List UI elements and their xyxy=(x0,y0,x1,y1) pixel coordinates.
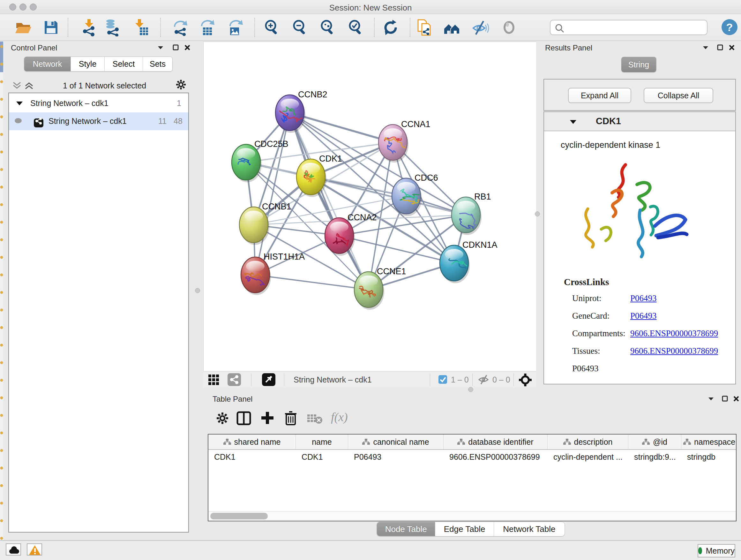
zoom-selected-icon[interactable] xyxy=(347,18,365,37)
tab-edge-table[interactable]: Edge Table xyxy=(435,522,494,536)
splitter-view-table[interactable] xyxy=(203,388,741,392)
grid-view-icon[interactable] xyxy=(208,374,220,387)
detach-view-icon[interactable] xyxy=(262,373,275,386)
toolbar-separator xyxy=(68,18,68,37)
toolbar-separator xyxy=(410,18,410,37)
expand-all-networks-icon[interactable] xyxy=(24,81,34,91)
tab-network[interactable]: Network xyxy=(24,57,71,71)
column-header-shared-name[interactable]: shared name xyxy=(208,435,296,449)
network-node-HIST1H1A[interactable]: HIST1H1A xyxy=(241,252,305,295)
network-row-selected[interactable]: String Network – cdk1 11 48 xyxy=(9,112,188,130)
memory-button[interactable]: Memory xyxy=(697,544,735,557)
crosslink-uniprot[interactable]: P06493 xyxy=(630,294,657,303)
search-input[interactable] xyxy=(567,21,704,34)
zoom-fit-icon[interactable] xyxy=(319,18,337,37)
tab-network-table[interactable]: Network Table xyxy=(494,522,564,536)
export-image-icon[interactable] xyxy=(226,18,244,37)
network-node-CCNE1[interactable]: CCNE1 xyxy=(354,266,406,310)
splitter-network-results[interactable] xyxy=(536,42,539,387)
crosslink-tissues[interactable]: 9606.ENSP00000378699 xyxy=(630,346,718,356)
cloud-button[interactable] xyxy=(6,543,21,556)
panel-menu-icon[interactable] xyxy=(157,44,164,51)
help-button[interactable]: ? xyxy=(722,19,738,35)
section-collapse-icon[interactable] xyxy=(569,120,577,125)
column-header-name[interactable]: name xyxy=(296,435,348,449)
tab-sets[interactable]: Sets xyxy=(143,57,172,71)
network-edge-HIST1H1A-CCNE1[interactable] xyxy=(255,275,368,290)
network-node-RB1[interactable]: RB1 xyxy=(452,192,491,235)
collapse-all-button[interactable]: Collapse All xyxy=(644,88,713,103)
tab-select[interactable]: Select xyxy=(105,57,143,71)
crosslink-compartments[interactable]: 9606.ENSP00000378699 xyxy=(630,328,718,338)
tab-node-table[interactable]: Node Table xyxy=(377,522,435,536)
main-toolbar: ? xyxy=(0,14,741,41)
crosslink-label: Tissues: xyxy=(572,346,630,356)
zoom-out-icon[interactable] xyxy=(291,18,309,37)
network-canvas-svg[interactable]: CCNB2CCNA1CDC25BCDK1CDC6RB1CCNB1CCNA2CDK… xyxy=(204,42,536,371)
export-network-icon[interactable] xyxy=(172,18,189,37)
export-table-icon[interactable] xyxy=(199,18,216,37)
column-header-id[interactable]: @id xyxy=(628,435,681,449)
toggle-column-view-icon[interactable] xyxy=(237,411,251,427)
collection-expand-icon[interactable] xyxy=(16,101,23,106)
import-table-file-icon[interactable] xyxy=(131,18,149,37)
panel-float-icon[interactable] xyxy=(717,44,724,51)
network-node-CDKN1A[interactable]: CDKN1A xyxy=(440,240,497,283)
selected-checkbox-icon[interactable] xyxy=(439,375,447,384)
collapse-all-networks-icon[interactable] xyxy=(12,81,22,91)
delete-column-icon[interactable] xyxy=(284,411,298,427)
tab-string-results[interactable]: String xyxy=(621,57,657,72)
table-options-gear-icon[interactable] xyxy=(216,412,229,426)
protein-section-header[interactable]: CDK1 xyxy=(544,112,735,131)
column-header-namespace[interactable]: namespace xyxy=(681,435,737,449)
table-row[interactable]: CDK1 CDK1 P06493 9606.ENSP00000378699 cy… xyxy=(208,450,736,464)
save-session-icon[interactable] xyxy=(42,18,60,37)
refresh-icon[interactable] xyxy=(382,18,400,37)
splitter-handle[interactable] xyxy=(195,288,200,293)
network-edge-CCNB2-HIST1H1A[interactable] xyxy=(255,113,290,275)
column-header-canonical-name[interactable]: canonical name xyxy=(348,435,444,449)
viewbar-separator xyxy=(284,373,284,386)
import-network-database-icon[interactable] xyxy=(104,18,121,37)
network-collection-row[interactable]: String Network – cdk1 1 xyxy=(9,95,188,112)
panel-close-icon[interactable] xyxy=(733,395,740,402)
panel-float-icon[interactable] xyxy=(172,44,179,51)
splitter-control-network[interactable] xyxy=(190,42,203,539)
cell-description: cyclin-dependent ... xyxy=(548,450,628,464)
panel-menu-icon[interactable] xyxy=(702,44,709,51)
show-hidden-icon[interactable] xyxy=(500,18,518,37)
copy-network-icon[interactable] xyxy=(415,18,433,37)
title-bar: Session: New Session xyxy=(0,0,741,14)
network-node-CCNB2[interactable]: CCNB2 xyxy=(275,90,327,133)
cytoscape-window: Session: New Session ? Control xyxy=(0,0,741,560)
tab-style[interactable]: Style xyxy=(71,57,105,71)
view-network-name: String Network – cdk1 xyxy=(293,375,372,384)
import-network-file-icon[interactable] xyxy=(80,18,98,37)
scrollbar-thumb[interactable] xyxy=(210,513,268,519)
column-header-database-identifier[interactable]: database identifier xyxy=(444,435,548,449)
crosslink-genecard[interactable]: P06493 xyxy=(630,311,657,320)
open-session-icon[interactable] xyxy=(14,18,32,37)
protein-structure-image xyxy=(575,155,699,270)
splitter-handle[interactable] xyxy=(468,387,473,392)
table-horizontal-scrollbar[interactable] xyxy=(208,511,736,521)
network-view-mode-icon[interactable] xyxy=(227,373,241,386)
panel-close-icon[interactable] xyxy=(728,44,735,51)
network-options-gear-icon[interactable] xyxy=(176,79,186,91)
network-canvas[interactable]: CCNB2CCNA1CDC25BCDK1CDC6RB1CCNB1CCNA2CDK… xyxy=(203,42,536,371)
hide-selected-icon[interactable] xyxy=(471,18,489,37)
expand-all-button[interactable]: Expand All xyxy=(568,88,631,103)
zoom-in-icon[interactable] xyxy=(263,18,281,37)
add-column-icon[interactable] xyxy=(260,411,275,427)
home-icon[interactable] xyxy=(443,18,461,37)
warning-button[interactable] xyxy=(27,543,42,556)
column-header-description[interactable]: description xyxy=(548,435,628,449)
panel-float-icon[interactable] xyxy=(722,395,729,402)
current-network-dot-icon xyxy=(15,118,22,123)
birdseye-view-icon[interactable] xyxy=(519,373,532,388)
shared-column-icon xyxy=(683,439,691,445)
network-node-CCNA1[interactable]: CCNA1 xyxy=(379,119,430,163)
panel-menu-icon[interactable] xyxy=(708,395,715,402)
crosslink-label: GeneCard: xyxy=(572,311,630,321)
network-edge-CCNB2-CCNE1[interactable] xyxy=(290,113,368,290)
